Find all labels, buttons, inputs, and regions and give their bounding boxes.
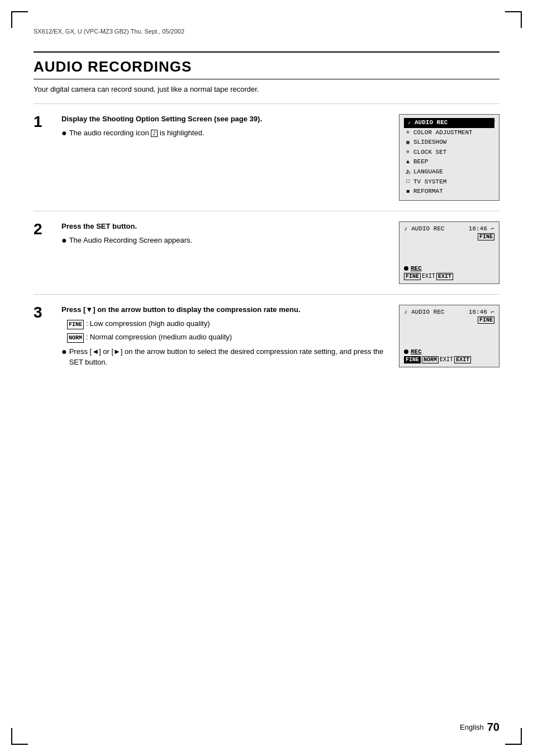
step-3-norm: NORM : Normal compression (medium audio …: [67, 332, 388, 343]
menu-item-reformat: ■REFORMAT: [404, 187, 494, 197]
step-1-title: Display the Shooting Option Setting Scre…: [61, 114, 388, 124]
step-3-bullet: ● Press [◄] or [►] on the arrow button t…: [61, 346, 388, 368]
rec-indicator-3: REC: [404, 348, 494, 355]
menu-item-slideshow: ▦SLIDESHOW: [404, 138, 494, 148]
norm-badge: NORM: [422, 356, 439, 363]
bullet-dot: ●: [61, 127, 67, 139]
step-2-block: 2 Press the SET button. ● The Audio Reco…: [34, 211, 499, 294]
model-info: SX612/EX, GX, U (VPC-MZ3 GB2) Thu. Sept.…: [34, 28, 184, 35]
menu-item-audio-rec: ♪AUDIO REC: [404, 118, 494, 128]
step-1-bullet: ● The audio recording icon ♪ is highligh…: [61, 127, 388, 139]
menu-item-beep: ▲BEEP: [404, 157, 494, 167]
header-info: SX612/EX, GX, U (VPC-MZ3 GB2) Thu. Sept.…: [34, 28, 499, 35]
menu-item-language: あLANGUAGE: [404, 167, 494, 177]
page-footer: English 70: [460, 721, 499, 734]
step-2-bullet: ● The Audio Recording Screen appears.: [61, 235, 388, 247]
step-3-block: 3 Press [▼] on the arrow button to displ…: [34, 294, 499, 380]
step-2-number: 2: [34, 221, 50, 237]
menu-item-clock: ⊙CLOCK SET: [404, 148, 494, 158]
page-wrapper: SX612/EX, GX, U (VPC-MZ3 GB2) Thu. Sept.…: [0, 0, 533, 756]
step-3-title: Press [▼] on the arrow button to display…: [61, 305, 388, 315]
bullet-dot-2: ●: [61, 235, 67, 247]
section-title-bar: AUDIO RECORDINGS: [34, 51, 499, 79]
camera-screen-2: ♪ AUDIO REC 16:46 ⌐ FINE REC FINE EXIT E…: [399, 221, 499, 284]
camera-screen-3: ♪ AUDIO REC 16:46 ⌐ FINE REC FINE NORM E…: [399, 305, 499, 367]
menu-item-tv: □TV SYSTEM: [404, 177, 494, 187]
footer-page-number: 70: [487, 721, 499, 734]
camera-screen-1: ⌐ ♪AUDIO REC ⊙COLOR ADJUSTMENT ▦SLIDESHO…: [399, 114, 499, 201]
step-1-bullet-text: The audio recording icon ♪ is highlighte…: [69, 127, 204, 139]
step-1-block: 1 Display the Shooting Option Setting Sc…: [34, 103, 499, 211]
exit-badge-3: EXIT: [454, 356, 471, 363]
footer-language: English: [460, 723, 484, 731]
step-1-screen: ⌐ ♪AUDIO REC ⊙COLOR ADJUSTMENT ▦SLIDESHO…: [399, 114, 499, 201]
page-title: AUDIO RECORDINGS: [34, 58, 499, 75]
bottom-badges-2: FINE EXIT EXIT: [404, 273, 494, 280]
step-2-content: Press the SET button. ● The Audio Record…: [61, 221, 388, 249]
step-1-number: 1: [34, 114, 50, 130]
rec-indicator: REC: [404, 265, 494, 272]
step-3-number: 3: [34, 305, 50, 320]
fine-badge-bottom: FINE: [404, 273, 421, 280]
fine-badge-inv: FINE: [404, 356, 421, 363]
step-3-bullet-text: Press [◄] or [►] on the arrow button to …: [69, 346, 388, 368]
fine-badge-top: FINE: [478, 233, 494, 240]
fine-badge-desc: FINE: [67, 320, 84, 329]
menu-item-color: ⊙COLOR ADJUSTMENT: [404, 128, 494, 138]
exit-badge: EXIT: [436, 273, 453, 280]
step-2-screen: ♪ AUDIO REC 16:46 ⌐ FINE REC FINE EXIT E…: [399, 221, 499, 284]
step-3-content: Press [▼] on the arrow button to display…: [61, 305, 388, 370]
fine-badge-top-3: FINE: [478, 316, 494, 324]
corner-mark-tr: [505, 11, 522, 28]
step-3-fine: FINE : Low compression (high audio quali…: [67, 318, 388, 329]
corner-mark-bl: [11, 728, 28, 745]
section-intro: Your digital camera can record sound, ju…: [34, 85, 499, 93]
bullet-dot-3: ●: [61, 346, 67, 358]
step-1-content: Display the Shooting Option Setting Scre…: [61, 114, 388, 141]
norm-badge-desc: NORM: [67, 333, 84, 343]
step-2-bullet-text: The Audio Recording Screen appears.: [69, 235, 192, 246]
corner-mark-tl: [11, 11, 28, 28]
step-2-title: Press the SET button.: [61, 221, 388, 231]
step-3-screen: ♪ AUDIO REC 16:46 ⌐ FINE REC FINE NORM E…: [399, 305, 499, 367]
corner-mark-br: [505, 728, 522, 745]
bottom-badges-3: FINE NORM EXIT EXIT: [404, 356, 494, 363]
